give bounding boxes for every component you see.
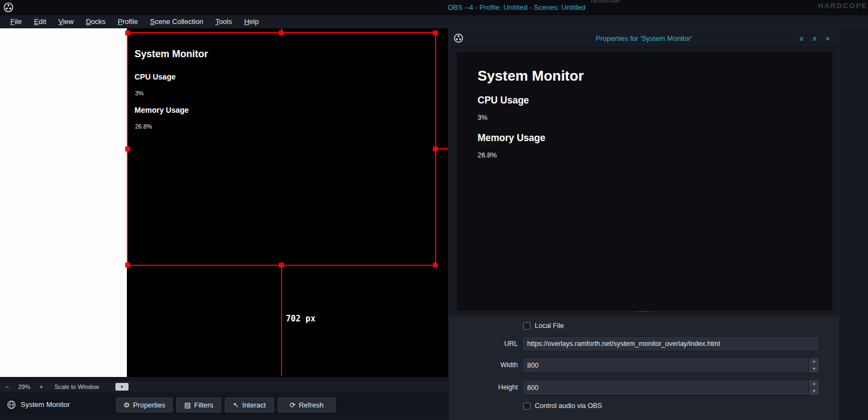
filters-button[interactable]: ▤ Filters: [176, 398, 221, 412]
guide-line-right: [437, 148, 448, 149]
selection-handle-bottom-left[interactable]: [125, 263, 130, 267]
menu-file[interactable]: File: [5, 15, 27, 28]
menu-tools[interactable]: Tools: [211, 15, 237, 28]
selection-handle-top-left[interactable]: [125, 31, 130, 35]
zoom-level: 29%: [18, 384, 30, 390]
local-file-label: Local File: [535, 322, 564, 330]
height-spin-down-icon[interactable]: ▾: [809, 388, 819, 395]
height-dimension-label: 702 px: [286, 314, 315, 324]
menu-help[interactable]: Help: [239, 15, 264, 28]
control-audio-checkbox[interactable]: [523, 403, 530, 410]
width-label: Width: [471, 361, 518, 369]
refresh-icon: ⟳: [290, 401, 296, 409]
menu-docks[interactable]: Docks: [81, 15, 111, 28]
height-field-wrap: ▴ ▾: [522, 380, 820, 395]
local-file-checkbox[interactable]: [523, 322, 530, 330]
height-guide-line: [281, 266, 282, 376]
close-icon[interactable]: ×: [821, 29, 834, 47]
width-input[interactable]: [522, 357, 820, 373]
menu-scene-collection[interactable]: Scene Collection: [145, 15, 209, 28]
gear-icon: ⚙: [124, 401, 130, 409]
scale-dropdown-button[interactable]: ▾: [115, 383, 129, 391]
height-spin-up-icon[interactable]: ▴: [809, 380, 819, 388]
splitter-handle[interactable]: ······: [449, 308, 839, 314]
url-label: URL: [471, 340, 518, 348]
title-bar: OBS --4 - Profile: Untitled - Scenes: Un…: [0, 0, 868, 15]
selection-handle-top-right[interactable]: [433, 31, 438, 35]
interact-button[interactable]: ↖ Interact: [225, 398, 274, 412]
browser-source-icon: [7, 400, 16, 410]
url-field-wrap: [522, 336, 820, 351]
menu-view[interactable]: View: [53, 15, 78, 28]
guide-tick-top: [281, 28, 282, 33]
source-bar: System Monitor ⚙ Properties ▤ Filters ↖ …: [0, 396, 448, 414]
preview-memory-label: Memory Usage: [478, 132, 546, 144]
width-spin-down-icon[interactable]: ▾: [809, 366, 819, 373]
preview-cpu-value: 3%: [478, 114, 487, 121]
selection-handle-bottom-right[interactable]: [433, 263, 438, 267]
properties-preview[interactable]: System Monitor CPU Usage 3% Memory Usage…: [457, 52, 833, 311]
source-name[interactable]: System Monitor: [21, 400, 70, 409]
height-label: Height: [471, 384, 518, 391]
url-input[interactable]: [522, 336, 820, 351]
height-spinner: ▴ ▾: [809, 380, 819, 395]
zoom-out-button[interactable]: −: [5, 384, 9, 390]
menu-bar: File Edit View Docks Profile Scene Colle…: [0, 15, 868, 28]
obs-window: OBS --4 - Profile: Untitled - Scenes: Un…: [0, 0, 868, 420]
dock-float-icon[interactable]: ∧: [808, 29, 821, 47]
zoom-in-button[interactable]: +: [39, 384, 42, 390]
preview-memory-value: 26.8%: [478, 151, 497, 159]
properties-header[interactable]: Properties for 'System Monitor' ∨ ∧ ×: [449, 29, 839, 47]
menu-profile[interactable]: Profile: [113, 15, 143, 28]
properties-button-label: Properties: [133, 401, 165, 409]
properties-dock: Properties for 'System Monitor' ∨ ∧ × Sy…: [449, 29, 839, 420]
height-input[interactable]: [522, 380, 820, 395]
width-spinner: ▴ ▾: [809, 358, 819, 373]
preview-canvas[interactable]: System Monitor CPU Usage 3% Memory Usage…: [127, 28, 448, 377]
filters-button-label: Filters: [194, 401, 213, 409]
properties-button[interactable]: ⚙ Properties: [116, 398, 173, 412]
width-spin-up-icon[interactable]: ▴: [809, 358, 819, 366]
dock-collapse-icon[interactable]: ∨: [795, 29, 808, 47]
watermark-top-text: himeio-dile: [591, 0, 620, 4]
window-title: OBS --4 - Profile: Untitled - Scenes: Un…: [448, 3, 585, 11]
obs-logo-icon: [3, 2, 14, 13]
refresh-button[interactable]: ⟳ Refresh: [278, 398, 335, 412]
dropdown-arrow-icon: ▾: [121, 384, 124, 389]
preview-overlay-title: System Monitor: [478, 68, 584, 84]
preview-empty-area[interactable]: [0, 28, 127, 377]
watermark-right-text: HARDCOPE: [818, 2, 867, 10]
preview-cpu-label: CPU Usage: [478, 95, 529, 106]
scale-to-window-select[interactable]: Scale to Window: [54, 384, 99, 390]
filters-icon: ▤: [184, 401, 191, 409]
refresh-button-label: Refresh: [299, 401, 324, 409]
menu-edit[interactable]: Edit: [29, 15, 51, 28]
selection-handle-middle-left[interactable]: [125, 147, 130, 151]
width-field-wrap: ▴ ▾: [522, 357, 820, 373]
control-audio-label: Control audio via OBS: [535, 402, 602, 410]
zoom-bar: − 29% + Scale to Window ▾: [0, 381, 448, 392]
properties-title: Properties for 'System Monitor': [449, 29, 839, 47]
selection-rect[interactable]: [127, 32, 436, 266]
cursor-icon: ↖: [233, 401, 239, 409]
interact-button-label: Interact: [242, 401, 266, 409]
